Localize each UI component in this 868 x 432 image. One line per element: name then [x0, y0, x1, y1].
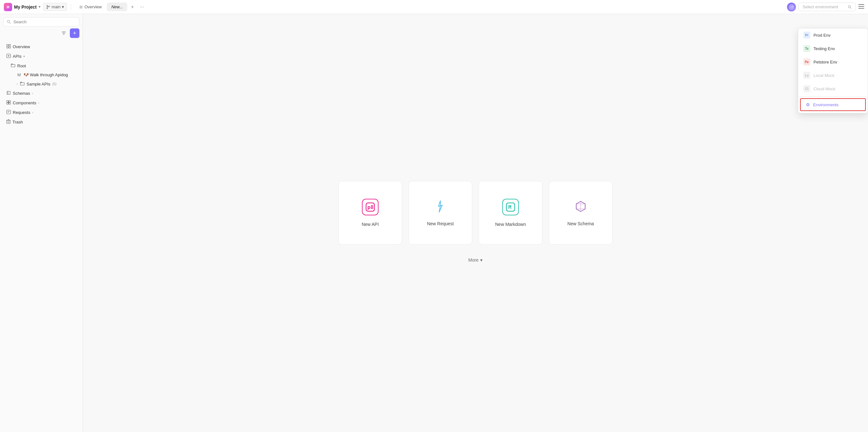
- sidebar-schemas-label: Schemas: [13, 91, 30, 96]
- svg-rect-26: [7, 100, 8, 102]
- new-api-icon: p8: [362, 199, 378, 215]
- more-button[interactable]: More ▾: [463, 255, 488, 265]
- env-badge-cloud: Cl: [803, 85, 810, 92]
- sidebar-nav: Overview APIs ▾ Root M 🐶 Walk through Ap…: [0, 42, 83, 127]
- env-testing-label: Testing Env: [813, 46, 835, 51]
- svg-point-2: [46, 5, 48, 6]
- sidebar-item-overview[interactable]: Overview: [2, 42, 81, 51]
- trash-icon: [6, 119, 10, 125]
- svg-text:p8: p8: [367, 204, 373, 210]
- new-request-icon: [433, 199, 447, 215]
- svg-rect-27: [9, 100, 10, 102]
- svg-point-5: [789, 5, 794, 9]
- sidebar-search-bar[interactable]: [3, 17, 80, 27]
- branch-selector[interactable]: main ▾: [43, 3, 67, 11]
- sync-button[interactable]: [787, 3, 796, 11]
- project-name-label: My Project: [14, 4, 37, 9]
- project-icon: M: [4, 3, 12, 11]
- topbar: M My Project ▾ main ▾ ⊞ Overview New... …: [0, 0, 868, 14]
- requests-chevron-icon: ›: [32, 111, 33, 114]
- sidebar-requests-label: Requests: [13, 110, 30, 115]
- tab-new[interactable]: New...: [107, 3, 127, 11]
- sidebar-item-walkthrough[interactable]: M 🐶 Walk through Apidog: [2, 70, 81, 79]
- env-item-local: Lo Local Mock: [798, 68, 868, 82]
- svg-rect-29: [9, 103, 10, 104]
- sidebar-item-apis[interactable]: APIs ▾: [2, 52, 81, 61]
- sidebar-overview-label: Overview: [13, 45, 30, 49]
- new-markdown-icon: M: [502, 199, 519, 215]
- sidebar-item-components[interactable]: Components ›: [2, 98, 81, 108]
- env-placeholder: Select environment: [803, 4, 846, 9]
- env-item-testing[interactable]: Te Testing Env: [798, 42, 868, 55]
- svg-line-8: [850, 8, 851, 9]
- divider: [71, 4, 71, 10]
- branch-label: main: [52, 4, 61, 9]
- env-item-prod[interactable]: Pr Prod Env: [798, 28, 868, 42]
- sample-apis-badge: (5): [52, 82, 57, 86]
- svg-rect-32: [7, 110, 10, 114]
- apis-icon: [6, 54, 11, 59]
- tabs-area: ⊞ Overview New... + ···: [75, 3, 784, 11]
- svg-rect-17: [7, 45, 8, 46]
- svg-rect-24: [7, 91, 10, 94]
- tab-more-icon: ···: [140, 4, 144, 10]
- filter-button[interactable]: [59, 28, 68, 38]
- components-icon: [6, 100, 11, 106]
- tab-more-button[interactable]: ···: [137, 3, 146, 11]
- branch-chevron-icon: ▾: [62, 4, 64, 9]
- new-api-label: New API: [362, 222, 379, 227]
- sidebar-search-input[interactable]: [13, 20, 76, 24]
- tab-overview-label: Overview: [85, 4, 102, 9]
- svg-rect-18: [9, 45, 10, 46]
- hamburger-button[interactable]: [859, 4, 864, 10]
- env-cloud-label: Cloud Mock: [813, 86, 835, 91]
- more-label: More: [468, 257, 478, 263]
- sidebar-walkthrough-label: 🐶 Walk through Apidog: [24, 73, 68, 77]
- sidebar-apis-label: APIs: [13, 54, 21, 59]
- sidebar-item-trash[interactable]: Trash: [2, 117, 81, 127]
- env-badge-testing: Te: [803, 45, 810, 52]
- project-selector[interactable]: M My Project ▾: [4, 3, 40, 11]
- filter-icon: [62, 31, 66, 35]
- env-select[interactable]: Select environment: [799, 3, 856, 11]
- hamburger-icon: [859, 4, 864, 9]
- env-environments-button[interactable]: ⚙ Environments: [800, 98, 866, 111]
- sidebar-trash-label: Trash: [12, 120, 23, 124]
- walkthrough-icon: M: [17, 73, 22, 77]
- sidebar-item-root[interactable]: Root: [2, 61, 81, 70]
- new-request-card[interactable]: New Request: [408, 181, 472, 245]
- sidebar-add-icon: +: [73, 30, 76, 37]
- sidebar-item-sample-apis[interactable]: › Sample APIs (5): [2, 80, 81, 88]
- svg-rect-35: [7, 120, 10, 123]
- env-item-cloud: Cl Cloud Mock: [798, 82, 868, 95]
- new-schema-icon: [574, 199, 588, 215]
- sample-apis-folder-icon: [20, 81, 25, 86]
- requests-icon: [6, 110, 11, 115]
- new-api-card[interactable]: p8 New API: [338, 181, 402, 245]
- sidebar-item-requests[interactable]: Requests ›: [2, 108, 81, 117]
- svg-point-4: [49, 6, 50, 7]
- new-markdown-card[interactable]: M New Markdown: [478, 181, 542, 245]
- sidebar-item-schemas[interactable]: Schemas ›: [2, 89, 81, 98]
- env-badge-petstore: Pe: [803, 58, 810, 65]
- tab-overview[interactable]: ⊞ Overview: [75, 3, 106, 11]
- cards-area: p8 New API New Request: [83, 14, 868, 432]
- new-request-label: New Request: [427, 221, 454, 226]
- svg-text:M: M: [508, 204, 512, 210]
- new-schema-card[interactable]: New Schema: [549, 181, 613, 245]
- svg-point-3: [46, 8, 48, 9]
- env-environments-label: Environments: [813, 103, 838, 107]
- sidebar-add-button[interactable]: +: [70, 28, 80, 38]
- env-item-petstore[interactable]: Pe Petstore Env: [798, 55, 868, 68]
- sidebar-root-label: Root: [17, 63, 26, 68]
- schemas-icon: [6, 91, 11, 96]
- svg-point-12: [7, 21, 10, 23]
- env-prod-label: Prod Env: [813, 33, 830, 38]
- svg-rect-19: [7, 47, 8, 48]
- env-local-label: Local Mock: [813, 73, 835, 78]
- env-petstore-label: Petstore Env: [813, 60, 837, 64]
- new-schema-label: New Schema: [567, 221, 594, 226]
- tab-add-button[interactable]: +: [128, 3, 137, 11]
- svg-line-13: [9, 23, 10, 24]
- sample-apis-toggle-icon: ›: [17, 82, 18, 86]
